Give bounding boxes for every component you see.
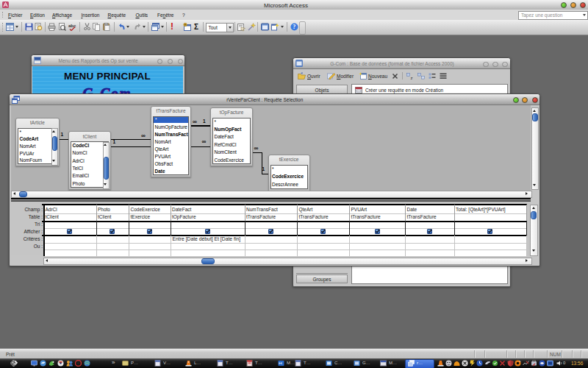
svg-text:?: ? (293, 24, 295, 30)
svg-text:z: z (411, 75, 413, 79)
